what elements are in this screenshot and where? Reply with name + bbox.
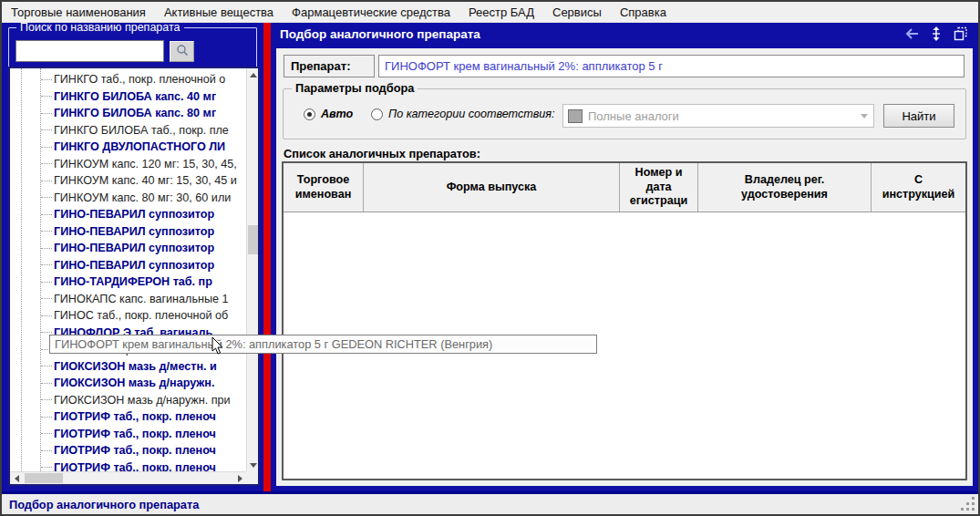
- list-item-label: ГИНКГО БИЛОБА капс. 40 мг: [54, 90, 216, 103]
- list-item[interactable]: ГИНОКАПС капс. вагинальные 1: [10, 291, 246, 308]
- combobox-value: Полные аналоги: [588, 109, 855, 123]
- tree-connector: [41, 450, 52, 451]
- list-item-label: ГИНО-ПЕВАРИЛ суппозитор: [54, 208, 214, 221]
- list-item[interactable]: ГИНО-ПЕВАРИЛ суппозитор: [10, 223, 246, 241]
- menu-item[interactable]: Торговые наименования: [2, 3, 155, 22]
- tree-connector: [41, 383, 52, 384]
- find-button[interactable]: Найти: [883, 104, 954, 128]
- right-panel-content: Препарат: ГИНОФОРТ крем вагинальный 2%: …: [276, 48, 973, 486]
- menu-item[interactable]: Фармацевтические средства: [283, 3, 459, 22]
- radio-auto-label[interactable]: Авто: [321, 108, 353, 120]
- list-item[interactable]: ГИОКСИЗОН мазь д/местн. и: [10, 358, 246, 376]
- analog-category-combobox[interactable]: Полные аналоги: [562, 104, 874, 128]
- table-header-cell[interactable]: Номер и дата егистраци: [620, 163, 698, 212]
- list-item[interactable]: ГИОКСИЗОН мазь д/наружн.: [10, 375, 246, 392]
- list-item[interactable]: ГИНКГО ДВУЛОПАСТНОГО ЛИ: [10, 139, 246, 156]
- back-arrow-icon[interactable]: [903, 26, 920, 41]
- scroll-down-arrow[interactable]: [247, 459, 259, 471]
- list-item[interactable]: ГИОТРИФ таб., покр. пленоч: [10, 408, 246, 426]
- table-header-cell[interactable]: Форма выпуска: [364, 163, 620, 212]
- chevron-down-icon[interactable]: [855, 105, 873, 127]
- list-item-label: ГИОТРИФ таб., покр. пленоч: [54, 444, 216, 457]
- list-item-label: ГИОТРИФ таб., покр. пленоч: [54, 461, 216, 471]
- list-item[interactable]: ГИНКОУМ капс. 40 мг: 15, 30, 45 и: [10, 172, 246, 190]
- tree-connector: [41, 96, 52, 97]
- panel-title: Подбор аналогичного препарата: [280, 27, 480, 41]
- list-item[interactable]: ГИНКГО БИЛОБА капс. 80 мг: [10, 105, 246, 122]
- list-item[interactable]: ГИНО-ПЕВАРИЛ суппозитор: [10, 257, 246, 274]
- horizontal-scrollbar[interactable]: [10, 471, 246, 484]
- search-button[interactable]: [170, 41, 194, 62]
- scroll-right-arrow[interactable]: [233, 472, 246, 484]
- panel-splitter[interactable]: [263, 23, 271, 491]
- horizontal-scrollbar-thumb[interactable]: [25, 473, 63, 483]
- list-item[interactable]: ГИНКГО БИЛОБА капс. 40 мг: [10, 88, 246, 106]
- tree-connector: [41, 315, 52, 316]
- list-item-label: ГИНКГО БИЛОБА таб., покр. пле: [54, 124, 229, 137]
- tree-connector: [41, 147, 52, 148]
- menu-item[interactable]: Реестр БАД: [459, 3, 543, 22]
- list-item[interactable]: ГИОТРИФ таб., покр. пленоч: [10, 442, 246, 459]
- table-header-cell[interactable]: Владелец рег. удостоверения: [698, 163, 872, 212]
- list-item-label: ГИОКСИЗОН мазь д/местн. и: [54, 360, 217, 373]
- tree-connector: [41, 298, 52, 299]
- list-item-label: ГИОТРИФ таб., покр. пленоч: [54, 410, 216, 423]
- analog-table: Торговое именованФорма выпускаНомер и да…: [282, 161, 967, 480]
- list-item-label: ГИНКОУМ капс. 40 мг: 15, 30, 45 и: [54, 174, 237, 187]
- app-window: Торговые наименованияАктивные веществаФа…: [0, 0, 980, 516]
- magnifier-icon: [176, 44, 189, 60]
- tree-connector: [41, 231, 52, 232]
- params-groupbox: Параметры подбора Авто По категории соот…: [283, 88, 966, 139]
- table-header-row: Торговое именованФорма выпускаНомер и да…: [284, 163, 965, 212]
- menu-item[interactable]: Справка: [611, 3, 676, 22]
- radio-category-label[interactable]: По категории соответствия:: [388, 108, 555, 120]
- prep-label: Препарат:: [284, 55, 375, 77]
- scroll-left-arrow[interactable]: [10, 472, 23, 484]
- menu-item[interactable]: Активные вещества: [155, 3, 283, 22]
- tree-connector: [41, 399, 52, 400]
- list-item[interactable]: ГИОТРИФ таб., покр. пленоч: [10, 459, 246, 472]
- list-item[interactable]: ГИНКОУМ капс. 120 мг: 15, 30, 45,: [10, 156, 246, 173]
- drug-list: ГИНКГО таб., покр. пленочной о ГИНКГО БИ…: [10, 71, 246, 471]
- tree-connector: [41, 163, 52, 164]
- right-panel: Подбор аналогичного препарата: [271, 23, 978, 491]
- move-vertical-icon[interactable]: [928, 26, 944, 41]
- list-item-label: ГИОКСИЗОН мазь д/наружн. при: [54, 394, 231, 407]
- tree-connector: [41, 113, 52, 114]
- panel-title-icons: [903, 26, 969, 41]
- search-group-label: Поиск по названию препарата: [16, 21, 184, 34]
- list-item[interactable]: ГИНО-ТАРДИФЕРОН таб. пр: [10, 273, 246, 291]
- list-item[interactable]: ГИОКСИЗОН мазь д/наружн. при: [10, 392, 246, 409]
- list-item[interactable]: ГИНКОУМ капс. 80 мг: 30, 60 или: [10, 190, 246, 207]
- list-item[interactable]: ГИОТРИФ таб., покр. пленоч: [10, 426, 246, 443]
- tree-connector: [41, 467, 52, 468]
- scroll-up-arrow[interactable]: [247, 68, 259, 81]
- radio-auto[interactable]: [304, 108, 315, 120]
- search-input[interactable]: [15, 40, 164, 62]
- tree-connector: [41, 214, 52, 215]
- list-item-label: ГИНО-ТАРДИФЕРОН таб. пр: [54, 275, 212, 288]
- list-item-label: ГИНКОУМ капс. 120 мг: 15, 30, 45,: [54, 158, 237, 170]
- vertical-scrollbar-thumb[interactable]: [248, 225, 258, 254]
- restore-window-icon[interactable]: [953, 26, 969, 41]
- list-item[interactable]: ГИНО-ПЕВАРИЛ суппозитор: [10, 206, 246, 223]
- list-item-label: ГИНО-ПЕВАРИЛ суппозитор: [54, 225, 214, 238]
- tree-connector: [41, 417, 52, 418]
- list-item[interactable]: ГИНОС таб., покр. пленочной об: [10, 307, 246, 325]
- table-header-cell[interactable]: С инструкцией: [872, 163, 965, 212]
- list-item[interactable]: ГИНО-ПЕВАРИЛ суппозитор: [10, 240, 246, 257]
- radio-category[interactable]: [371, 108, 383, 120]
- list-item-label: ГИНО-ПЕВАРИЛ суппозитор: [54, 259, 214, 272]
- list-item[interactable]: ГИНКГО БИЛОБА таб., покр. пле: [10, 122, 246, 139]
- tree-connector: [41, 433, 52, 434]
- list-item[interactable]: ГИНКГО таб., покр. пленочной о: [10, 71, 246, 88]
- list-item-label: ГИНКГО ДВУЛОПАСТНОГО ЛИ: [54, 140, 225, 153]
- tree-connector: [41, 282, 52, 283]
- menu-item[interactable]: Сервисы: [543, 3, 611, 22]
- list-item-label: ГИНКГО БИЛОБА капс. 80 мг: [54, 107, 216, 119]
- tree-connector: [41, 129, 52, 130]
- resize-grip[interactable]: [972, 508, 975, 511]
- analog-list-label: Список аналогичных препаратов:: [284, 147, 480, 160]
- vertical-scrollbar[interactable]: [246, 68, 258, 471]
- table-header-cell[interactable]: Торговое именован: [284, 163, 364, 212]
